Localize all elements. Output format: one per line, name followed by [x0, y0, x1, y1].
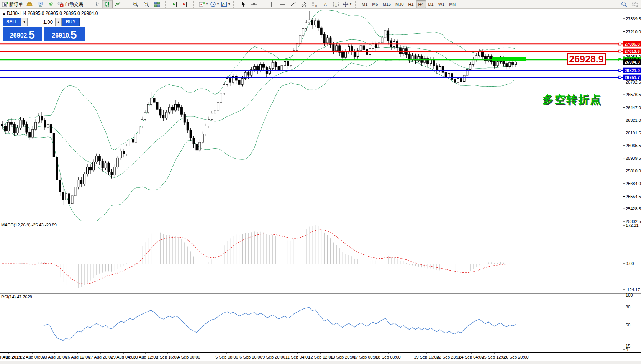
toolbar-separator [262, 1, 265, 8]
line-chart-button[interactable] [113, 0, 123, 8]
svg-text:26 Aug 12:00: 26 Aug 12:00 [66, 355, 90, 359]
svg-text:26321.0: 26321.0 [626, 118, 641, 123]
sell-price-button[interactable]: 26902.5 [3, 27, 42, 41]
svg-text:25684.0: 25684.0 [626, 181, 641, 186]
svg-text:27086.8: 27086.8 [625, 42, 640, 46]
templates-button[interactable]: ▾ [220, 0, 231, 8]
tab-d1[interactable]: D1 [426, 0, 436, 8]
bar-chart-button[interactable] [91, 0, 102, 8]
search-button[interactable] [619, 0, 630, 8]
volume-input[interactable] [28, 18, 55, 26]
tab-m30[interactable]: M30 [393, 0, 406, 8]
text-tool-button[interactable]: A [320, 0, 331, 8]
svg-text:2 Sep 16:00: 2 Sep 16:00 [156, 355, 179, 359]
chart-shift-button[interactable] [180, 0, 191, 8]
chat-bubbles-icon [632, 1, 638, 7]
tab-h1[interactable]: H1 [406, 0, 416, 8]
vertical-line-tool-button[interactable] [266, 0, 277, 8]
arrows-tool-button[interactable]: ▾ [341, 0, 352, 8]
svg-text:26 Sep 20:00: 26 Sep 20:00 [503, 355, 528, 359]
autotrading-button[interactable]: 自动交易 [56, 0, 84, 8]
label-tool-button[interactable]: T [331, 0, 341, 8]
indicators-caret-icon: ▾ [206, 3, 208, 6]
svg-text:27013.6: 27013.6 [625, 49, 640, 54]
buy-price-big-digit: 5 [70, 29, 77, 41]
zoom-out-icon [143, 1, 149, 7]
virtual-hosting-button[interactable] [35, 0, 46, 8]
buy-button[interactable]: BUY [62, 18, 80, 26]
tab-m1[interactable]: M1 [359, 0, 370, 8]
toolbar-separator [233, 1, 236, 8]
signals-button[interactable] [46, 0, 56, 8]
tab-m15[interactable]: M15 [380, 0, 393, 8]
vertical-line-icon [269, 1, 275, 7]
market-button[interactable] [24, 0, 35, 8]
svg-text:27210.0: 27210.0 [626, 30, 641, 34]
toolbar-separator [193, 1, 196, 8]
svg-text:9 Sep 20:00: 9 Sep 20:00 [262, 355, 285, 359]
indicators-button[interactable]: ▾ [198, 0, 209, 8]
svg-text:6 Sep 16:00: 6 Sep 16:00 [239, 355, 262, 359]
svg-text:27339.5: 27339.5 [626, 16, 641, 21]
periods-button[interactable]: ▾ [209, 0, 220, 8]
volume-decrease-button[interactable]: ▼ [21, 18, 28, 26]
periods-caret-icon: ▾ [217, 3, 219, 6]
svg-text:0.00: 0.00 [626, 261, 634, 266]
cursor-tool-button[interactable] [238, 0, 249, 8]
price-callout-label[interactable]: 26928.9 [567, 53, 606, 65]
svg-text:E: E [305, 5, 306, 7]
trendline-tool-button[interactable] [288, 0, 298, 8]
tab-m5[interactable]: M5 [370, 0, 380, 8]
svg-text:13 Sep 20:00: 13 Sep 20:00 [330, 355, 355, 359]
tile-windows-button[interactable] [152, 0, 162, 8]
gold-market-icon [26, 1, 33, 7]
toolbar-separator [87, 1, 90, 8]
buy-price-button[interactable]: 26910.5 [44, 27, 85, 41]
svg-text:26065.5: 26065.5 [626, 143, 641, 148]
svg-text:19 Sep 16:00: 19 Sep 16:00 [414, 355, 439, 359]
svg-text:25428.5: 25428.5 [626, 207, 641, 211]
horizontal-line-icon [279, 1, 285, 7]
svg-text:F: F [315, 5, 317, 8]
svg-text:172.31: 172.31 [626, 223, 639, 228]
svg-text:20 Aug 2019: 20 Aug 2019 [0, 355, 21, 359]
zoom-in-button[interactable] [130, 0, 141, 8]
zoom-out-button[interactable] [141, 0, 152, 8]
svg-text:25810.0: 25810.0 [626, 169, 641, 173]
svg-text:T: T [335, 2, 338, 7]
crosshair-tool-button[interactable] [249, 0, 259, 8]
channel-tool-button[interactable]: E [298, 0, 309, 8]
trendline-icon [290, 1, 296, 7]
svg-text:27 Aug 20:00: 27 Aug 20:00 [89, 355, 113, 359]
arrows-caret-icon: ▾ [350, 3, 351, 6]
tab-w1[interactable]: W1 [436, 0, 447, 8]
svg-text:29 Aug 04:00: 29 Aug 04:00 [111, 355, 136, 359]
svg-text:25 Sep 12:00: 25 Sep 12:00 [482, 355, 507, 359]
svg-text:30 Aug 12:00: 30 Aug 12:00 [133, 355, 158, 359]
fibonacci-tool-button[interactable]: F [309, 0, 320, 8]
signals-icon [48, 1, 54, 7]
svg-text:25554.5: 25554.5 [626, 194, 641, 199]
chart-canvas[interactable]: 27339.527210.026958.026702.526576.526447… [0, 9, 641, 364]
macd-indicator-label: MACD(12,26,9) -25.43 -29.89 [1, 223, 57, 227]
tab-h4[interactable]: H4 [416, 0, 426, 8]
new-order-icon [2, 1, 8, 7]
svg-text:23 Aug 08:00: 23 Aug 08:00 [43, 355, 67, 359]
svg-text:26191.5: 26191.5 [626, 131, 641, 135]
turning-point-annotation[interactable]: 多空转折点 [543, 92, 602, 107]
volume-increase-button[interactable]: ▲ [55, 18, 62, 26]
symbol-ohlc-text: DJ30-,H4 26895.0 26905.0 26895.0 26904.0 [7, 11, 98, 16]
auto-scroll-button[interactable] [169, 0, 180, 8]
tab-mn[interactable]: MN [447, 0, 458, 8]
candlestick-chart-button[interactable] [102, 0, 113, 8]
autotrading-label: 自动交易 [65, 1, 83, 8]
rsi-indicator-label: RSI(14) 47.7628 [1, 295, 32, 299]
collapse-panel-icon[interactable]: ▲ [2, 11, 6, 15]
svg-text:26576.5: 26576.5 [626, 92, 641, 97]
new-order-button[interactable]: 新订单 [1, 0, 24, 8]
community-button[interactable] [630, 0, 640, 8]
sell-button[interactable]: SELL [3, 18, 21, 26]
line-chart-icon [115, 1, 121, 7]
horizontal-line-tool-button[interactable] [277, 0, 288, 8]
svg-text:A: A [324, 2, 327, 7]
